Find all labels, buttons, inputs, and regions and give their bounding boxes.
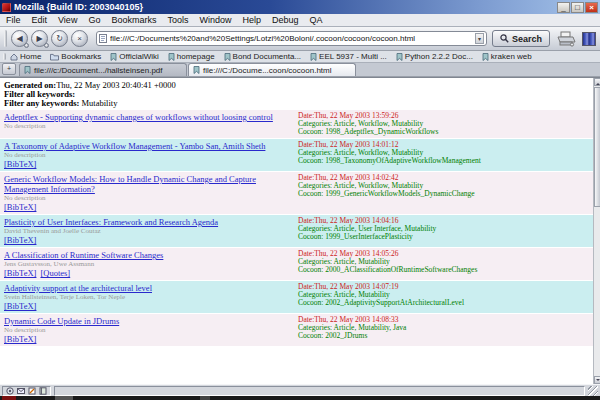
filter-any-label: Filter any keywords: (4, 98, 79, 108)
bookmark-label: homepage (177, 52, 215, 61)
menubar: FileEditViewGoBookmarksToolsWindowHelpDe… (0, 14, 600, 27)
entry-bibtex-link[interactable]: [BibTeX] (4, 159, 36, 169)
window-title: Mozilla {Build ID: 2003040105} (14, 0, 557, 14)
entry-bibtex-link[interactable]: [BibTeX] (4, 301, 36, 311)
print-button[interactable] (556, 31, 576, 47)
scroll-down-icon[interactable] (594, 376, 600, 384)
bookmark-bond-documenta[interactable]: Bond Documenta... (224, 52, 301, 61)
entry-title-link[interactable]: Adaptivity support at the architectural … (4, 283, 290, 293)
entry-left-cell: Adaptivity support at the architectural … (0, 281, 296, 313)
tab-1[interactable]: file:///c:/Document.../hallsteinsen.pdf (19, 63, 187, 76)
entry-bibtex-link[interactable]: [BibTeX] (4, 202, 36, 212)
back-button[interactable]: ◀ (11, 30, 28, 47)
bookmark-home[interactable]: Home (10, 52, 41, 61)
entry-quotes-link[interactable]: [Quotes] (40, 268, 70, 278)
menu-help[interactable]: Help (242, 15, 261, 25)
navigation-toolbar: ◀ ▶ ↻ × ▾ Search (0, 27, 600, 51)
toolbar-grippy[interactable] (3, 53, 6, 61)
entry-bibtex-link[interactable]: [BibTeX] (4, 334, 36, 344)
entry-bibtex-link[interactable]: [BibTeX] (4, 235, 36, 245)
entry-right-cell: Date:Thu, 22 May 2003 14:07:19 Categorie… (296, 281, 593, 313)
tab-bar: + file:///c:/Document.../hallsteinsen.pd… (0, 63, 600, 77)
entry-title-link[interactable]: Plasticity of User Interfaces: Framework… (4, 217, 290, 227)
entry-title-link[interactable]: A Taxonomy of Adaptive Workflow Manageme… (4, 141, 290, 151)
composer-icon[interactable] (28, 387, 36, 395)
resize-grip-icon[interactable] (588, 386, 598, 396)
bookmark-label: Python 2.2.2 Doc... (405, 52, 473, 61)
menu-file[interactable]: File (6, 15, 21, 25)
addressbook-icon[interactable] (39, 387, 47, 395)
bookmark-label: Bond Documenta... (233, 52, 301, 61)
entry-row: Plasticity of User Interfaces: Framework… (0, 215, 593, 247)
scroll-up-icon[interactable] (594, 78, 600, 86)
filter-any-value: Mutability (79, 98, 117, 108)
entry-cocoon: Cocoon: 2002_JDrums (298, 332, 591, 340)
entry-byline: No description (4, 326, 290, 334)
entry-right-cell: Date:Thu, 22 May 2003 14:02:42 Categorie… (296, 172, 593, 214)
bookmark-icon (482, 53, 489, 61)
url-dropdown-icon[interactable]: ▾ (475, 33, 484, 44)
vertical-scrollbar[interactable] (593, 78, 600, 384)
bookmarks-toolbar: HomeBookmarksOfficialWikihomepageBond Do… (0, 51, 600, 63)
entry-title-link[interactable]: Adeptflex - Supporting dynamic changes o… (4, 112, 290, 122)
maximize-button[interactable]: □ (571, 2, 584, 13)
menu-qa[interactable]: QA (310, 15, 323, 25)
bookmark-kraken-web[interactable]: kraken web (482, 52, 532, 61)
entry-byline: Jens Gustavsson, Uwe Assmann (4, 260, 290, 268)
entry-title-link[interactable]: A Classification of Runtime Software Cha… (4, 250, 290, 260)
entry-right-cell: Date:Thu, 22 May 2003 14:01:12 Categorie… (296, 139, 593, 171)
bookmark-bookmarks[interactable]: Bookmarks (50, 52, 101, 61)
close-button[interactable]: × (585, 2, 598, 13)
reload-button[interactable]: ↻ (51, 30, 68, 47)
printer-icon (556, 31, 576, 47)
menu-go[interactable]: Go (88, 15, 100, 25)
page-header: Generated on:Thu, 22 May 2003 20:40:41 +… (0, 78, 593, 110)
minimize-button[interactable]: _ (557, 2, 570, 13)
entry-byline: No description (4, 151, 290, 159)
entry-bibtex-link[interactable]: [BibTeX] (4, 268, 36, 278)
search-button[interactable]: Search (492, 30, 550, 47)
bookmark-eel-5937-multi[interactable]: EEL 5937 - Multi ... (310, 52, 387, 61)
entry-row: A Classification of Runtime Software Cha… (0, 248, 593, 280)
entry-left-cell: Plasticity of User Interfaces: Framework… (0, 215, 296, 247)
tab-2-active[interactable]: file:///C:/Docume...coon/cocoon.html (188, 63, 356, 76)
entry-row: Generic Workflow Models: How to Handle D… (0, 172, 593, 214)
throbber-icon[interactable] (582, 32, 596, 46)
toolbar-grippy[interactable] (4, 30, 7, 46)
bookmark-homepage[interactable]: homepage (168, 52, 215, 61)
scrollbar-thumb[interactable] (594, 87, 600, 207)
entry-links: [BibTeX] (4, 301, 290, 311)
entry-row: Adeptflex - Supporting dynamic changes o… (0, 110, 593, 138)
entry-cocoon: Cocoon: 1999_UserInterfacePlasticity (298, 233, 591, 241)
back-icon: ◀ (16, 34, 22, 43)
entry-left-cell: Generic Workflow Models: How to Handle D… (0, 172, 296, 214)
back-dropdown[interactable] (24, 43, 29, 48)
entry-title-link[interactable]: Dynamic Code Update in JDrums (4, 316, 290, 326)
entry-row: Adaptivity support at the architectural … (0, 281, 593, 313)
entry-right-cell: Date:Thu, 22 May 2003 14:08:33 Categorie… (296, 314, 593, 346)
page-icon (99, 34, 107, 43)
entry-title-link[interactable]: Generic Workflow Models: How to Handle D… (4, 174, 290, 194)
tab-page-icon (193, 66, 200, 74)
new-tab-button[interactable]: + (2, 63, 16, 75)
stop-button[interactable]: × (71, 30, 88, 47)
entry-cocoon: Cocoon: 2002_AdaptivitySupportAtArchitec… (298, 299, 591, 307)
mail-icon[interactable] (17, 387, 25, 395)
bookmark-label: Home (20, 52, 41, 61)
menu-edit[interactable]: Edit (32, 15, 48, 25)
bookmark-officialwiki[interactable]: OfficialWiki (110, 52, 158, 61)
navigator-icon[interactable] (6, 387, 14, 395)
bookmark-label: OfficialWiki (119, 52, 158, 61)
url-input[interactable] (107, 33, 475, 45)
menu-view[interactable]: View (58, 15, 77, 25)
forward-button[interactable]: ▶ (31, 30, 48, 47)
menu-bookmarks[interactable]: Bookmarks (111, 15, 156, 25)
search-icon (500, 34, 509, 43)
stop-icon: × (77, 34, 82, 43)
bookmark-python-2-2-2-doc[interactable]: Python 2.2.2 Doc... (396, 52, 473, 61)
menu-tools[interactable]: Tools (167, 15, 188, 25)
menu-debug[interactable]: Debug (272, 15, 299, 25)
status-text (54, 386, 585, 396)
forward-dropdown[interactable] (44, 43, 49, 48)
menu-window[interactable]: Window (199, 15, 231, 25)
